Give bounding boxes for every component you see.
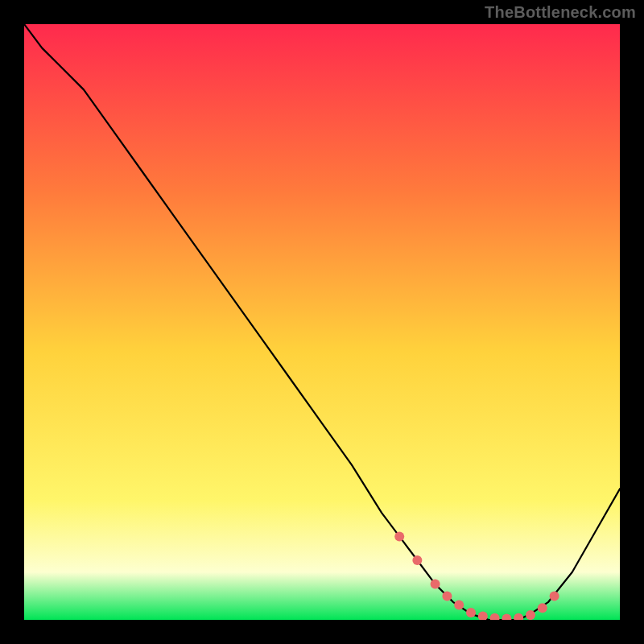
marker-dot: [442, 591, 452, 601]
watermark-text: TheBottleneck.com: [485, 3, 636, 22]
marker-dot: [454, 601, 464, 610]
marker-dot: [412, 555, 422, 565]
gradient-background: [24, 24, 620, 620]
chart-frame: TheBottleneck.com: [0, 0, 644, 644]
bottleneck-chart: [24, 24, 620, 620]
marker-dot: [550, 591, 559, 601]
marker-dot: [538, 603, 547, 613]
marker-dot: [466, 608, 476, 617]
marker-dot: [394, 531, 404, 541]
marker-dot: [526, 610, 535, 620]
plot-area: [24, 24, 620, 620]
marker-dot: [431, 580, 440, 589]
